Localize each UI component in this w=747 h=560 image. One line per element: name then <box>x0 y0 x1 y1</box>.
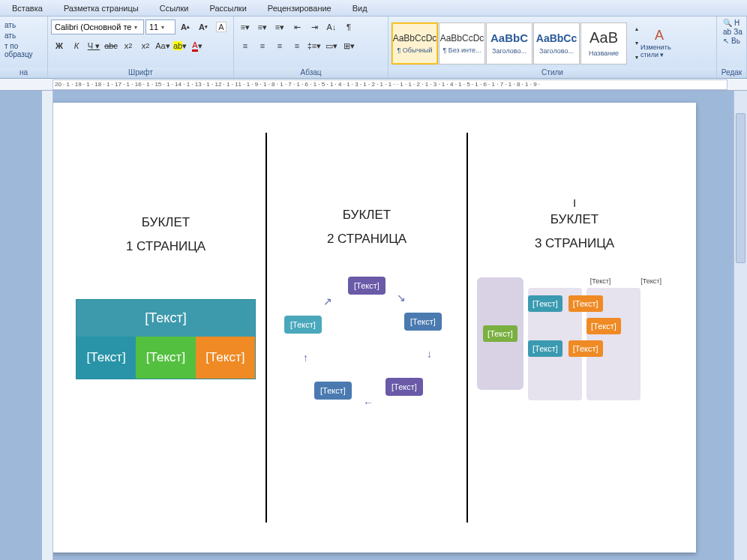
change-styles-button[interactable]: A Изменить стили ▾ <box>640 28 678 58</box>
ruler[interactable]: 20 · 1 · 19 · 1 · 18 · 1 · 17 · 1 · 16 ·… <box>0 79 747 91</box>
align-center-button[interactable]: ≡ <box>254 37 271 54</box>
clipboard-label: на <box>0 67 47 78</box>
sa3-box-3[interactable]: [Текст] <box>586 318 621 334</box>
editing-group: 🔍Н abЗа ↖Вь Редак <box>717 16 747 78</box>
sa3-hdr-2: [Текст] <box>640 277 662 285</box>
styles-gallery[interactable]: AaBbCcDc ¶ Обычный AaBbCcDc ¶ Без инте..… <box>392 22 627 64</box>
copy-button[interactable]: ать <box>3 31 48 40</box>
smartart-org[interactable]: [Текст] [Текст] [Текст] [Текст] [Тек <box>477 277 672 400</box>
arrow-icon: ↑ <box>303 352 308 364</box>
font-size-combo[interactable]: 11▾ <box>146 19 176 34</box>
grow-font-button[interactable]: A▴ <box>177 19 194 35</box>
sa1-cell-3[interactable]: [Текст] <box>196 337 255 379</box>
style-heading1[interactable]: AaBbC Заголово... <box>486 22 532 64</box>
col3-title: БУКЛЕТ <box>550 212 598 227</box>
cycle-node-4[interactable]: [Текст] <box>314 382 352 400</box>
line-spacing-button[interactable]: ‡≡▾ <box>306 37 322 54</box>
replace-icon: ab <box>723 28 731 36</box>
ruler-track: 20 · 1 · 19 · 1 · 18 · 1 · 17 · 1 · 16 ·… <box>52 79 728 90</box>
superscript-button[interactable]: x2 <box>137 37 154 54</box>
shrink-font-button[interactable]: A▾ <box>195 19 212 35</box>
cycle-node-2[interactable]: [Текст] <box>404 313 442 331</box>
align-right-button[interactable]: ≡ <box>272 37 288 54</box>
bullets-button[interactable]: ≡▾ <box>237 19 254 35</box>
ribbon: ать ать т по образцу на Calibri (Основно… <box>0 16 747 79</box>
subscript-button[interactable]: x2 <box>120 37 136 54</box>
page[interactable]: БУКЛЕТ 1 СТРАНИЦА [Текст] [Текст] [Текст… <box>51 103 696 553</box>
highlight-button[interactable]: ab▾ <box>172 37 188 54</box>
cycle-node-5[interactable]: [Текст] <box>284 316 322 334</box>
menu-bar: Вставка Разметка страницы Ссылки Рассылк… <box>0 0 747 16</box>
italic-button[interactable]: К <box>68 37 85 54</box>
show-marks-button[interactable]: ¶ <box>340 19 357 35</box>
cycle-node-3[interactable]: [Текст] <box>386 378 423 396</box>
indent-inc-button[interactable]: ⇥ <box>306 19 322 35</box>
menu-review[interactable]: Рецензирование <box>257 1 342 15</box>
smartart-hierarchy[interactable]: [Текст] [Текст] [Текст] [Текст] <box>76 299 256 379</box>
sa3-box-4[interactable]: [Текст] <box>528 340 562 357</box>
col2-sub: 2 СТРАНИЦА <box>327 232 406 247</box>
find-button[interactable]: 🔍Н <box>723 19 743 27</box>
menu-view[interactable]: Вид <box>342 1 378 15</box>
col1-title: БУКЛЕТ <box>142 215 190 230</box>
menu-mailings[interactable]: Рассылки <box>199 1 256 15</box>
sa3-box-2[interactable]: [Текст] <box>568 295 603 312</box>
clear-format-button[interactable]: A <box>213 19 230 35</box>
replace-button[interactable]: abЗа <box>723 28 743 36</box>
format-painter-button[interactable]: т по образцу <box>3 41 48 59</box>
bold-button[interactable]: Ж <box>51 37 68 54</box>
booklet-col-3: I БУКЛЕТ 3 СТРАНИЦА [Текст] [Текст] [Тек… <box>468 133 681 523</box>
sa3-root-box[interactable]: [Текст] <box>483 325 518 342</box>
styles-label: Стили <box>388 67 716 78</box>
sa3-box-5[interactable]: [Текст] <box>568 340 603 357</box>
style-no-spacing[interactable]: AaBbCcDc ¶ Без инте... <box>439 22 485 64</box>
select-button[interactable]: ↖Вь <box>723 37 743 45</box>
underline-button[interactable]: Ч ▾ <box>86 37 102 54</box>
smartart-cycle[interactable]: [Текст] [Текст] [Текст] [Текст] [Текст] … <box>277 277 457 427</box>
clipboard-group: ать ать т по образцу на <box>0 16 48 78</box>
booklet-col-2: БУКЛЕТ 2 СТРАНИЦА [Текст] [Текст] [Текст… <box>267 133 468 523</box>
align-left-button[interactable]: ≡ <box>237 37 254 54</box>
change-case-button[interactable]: Aa▾ <box>154 37 171 54</box>
arrow-icon: ← <box>363 397 374 409</box>
paragraph-label: Абзац <box>234 67 388 78</box>
binoculars-icon: 🔍 <box>723 19 732 27</box>
style-title[interactable]: АаВ Название <box>580 22 627 64</box>
change-styles-icon: A <box>655 28 664 43</box>
booklet-col-1: БУКЛЕТ 1 СТРАНИЦА [Текст] [Текст] [Текст… <box>66 133 267 523</box>
multilevel-button[interactable]: ≡▾ <box>272 19 288 35</box>
font-family-combo[interactable]: Calibri (Основной те▾ <box>51 19 144 34</box>
sa3-root[interactable]: [Текст] <box>477 277 524 390</box>
cut-button[interactable]: ать <box>3 20 48 30</box>
numbering-button[interactable]: ≡▾ <box>254 19 271 35</box>
menu-page-layout[interactable]: Разметка страницы <box>53 1 149 15</box>
sa1-cell-2[interactable]: [Текст] <box>136 337 195 379</box>
strike-button[interactable]: abc <box>103 37 119 54</box>
style-heading2[interactable]: AaBbCc Заголово... <box>533 22 580 64</box>
col3-sub: 3 СТРАНИЦА <box>535 236 614 251</box>
borders-button[interactable]: ⊞▾ <box>340 37 357 54</box>
shading-button[interactable]: ▭▾ <box>323 37 340 54</box>
sa3-box-1[interactable]: [Текст] <box>528 295 562 312</box>
sa1-cell-1[interactable]: [Текст] <box>76 337 136 379</box>
menu-references[interactable]: Ссылки <box>149 1 200 15</box>
font-color-button[interactable]: A▾ <box>189 37 206 54</box>
arrow-icon: ↓ <box>427 348 432 360</box>
styles-group: AaBbCcDc ¶ Обычный AaBbCcDc ¶ Без инте..… <box>388 16 717 78</box>
scrollbar-thumb[interactable] <box>736 113 746 263</box>
col2-title: БУКЛЕТ <box>343 208 391 223</box>
font-label: Шрифт <box>48 67 233 78</box>
arrow-icon: ↘ <box>397 292 406 304</box>
style-normal[interactable]: AaBbCcDc ¶ Обычный <box>392 22 438 64</box>
menu-insert[interactable]: Вставка <box>2 1 53 15</box>
vertical-scrollbar[interactable] <box>734 91 747 560</box>
indent-dec-button[interactable]: ⇤ <box>289 19 305 35</box>
paragraph-group: ≡▾ ≡▾ ≡▾ ⇤ ⇥ A↓ ¶ ≡ ≡ ≡ ≡ ‡≡▾ ▭▾ ⊞▾ Абза… <box>234 16 388 78</box>
sort-button[interactable]: A↓ <box>323 19 340 35</box>
col1-sub: 1 СТРАНИЦА <box>126 239 206 254</box>
sa3-hdr-1: [Текст] <box>590 277 611 285</box>
cycle-node-1[interactable]: [Текст] <box>348 277 386 295</box>
justify-button[interactable]: ≡ <box>289 37 305 54</box>
arrow-icon: ↗ <box>323 295 332 307</box>
sa1-top[interactable]: [Текст] <box>76 300 255 337</box>
